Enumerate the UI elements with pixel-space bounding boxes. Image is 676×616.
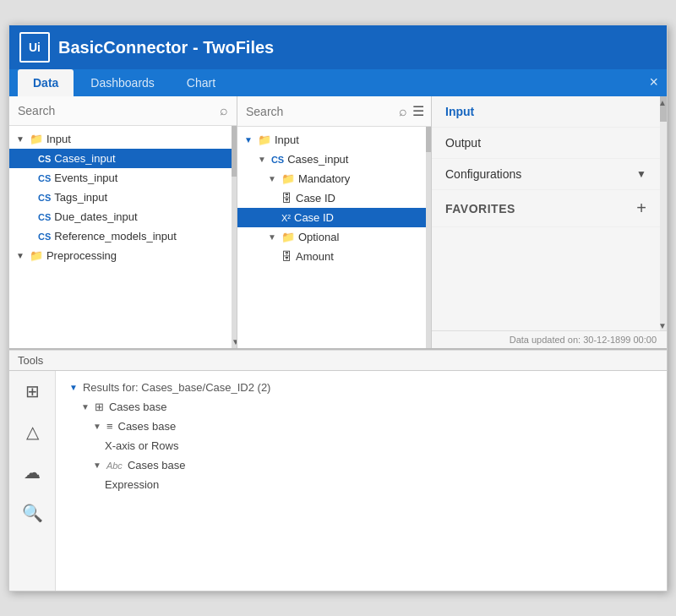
result-cases-base-abc: ▼ Abc Cases base bbox=[69, 457, 653, 473]
bottom-panel: ⊞ △ ☁ 🔍 ▼ Results for: Cases_base/Case_I… bbox=[9, 370, 667, 591]
file-icon: CS bbox=[38, 154, 51, 164]
x2-icon: X² bbox=[281, 213, 291, 223]
left-tree-reference-models[interactable]: CS Reference_models_input bbox=[9, 226, 232, 246]
bottom-sidebar: ⊞ △ ☁ 🔍 bbox=[9, 371, 56, 591]
right-scroll-wrapper: Input Output Configurations ▼ FAVORITES … bbox=[432, 96, 667, 330]
data-icon: 🗄 bbox=[281, 250, 292, 263]
right-item-output[interactable]: Output bbox=[432, 128, 660, 159]
add-favorite-button[interactable]: + bbox=[636, 199, 646, 218]
middle-scroll-thumb[interactable] bbox=[426, 127, 431, 152]
tools-bar: Tools bbox=[9, 350, 667, 370]
favorites-section: FAVORITES + bbox=[432, 190, 660, 227]
title-bar: Ui BasicConnector - TwoFiles bbox=[9, 25, 667, 69]
right-item-input[interactable]: Input bbox=[432, 96, 660, 128]
expand-arrow: ▼ bbox=[244, 135, 253, 144]
results-header: ▼ Results for: Cases_base/Case_ID2 (2) bbox=[69, 379, 653, 395]
expand-arrow: ▼ bbox=[16, 251, 25, 260]
expand-arrow: ▼ bbox=[93, 461, 101, 470]
right-panel: Input Output Configurations ▼ FAVORITES … bbox=[432, 96, 667, 348]
left-tree-events-input[interactable]: CS Events_input bbox=[9, 168, 232, 188]
left-tree-preprocessing[interactable]: ▼ 📁 Preprocessing bbox=[9, 246, 232, 265]
app-window: Ui BasicConnector - TwoFiles Data Dashbo… bbox=[8, 25, 668, 591]
left-tree-tags-input[interactable]: CS Tags_input bbox=[9, 188, 232, 207]
expand-arrow: ▼ bbox=[268, 174, 276, 183]
left-tree: ▼ 📁 Input CS Cases_input CS Events_input… bbox=[9, 126, 232, 348]
left-scroll-thumb[interactable] bbox=[232, 126, 237, 177]
middle-panel: ⌕ ☰ ▼ 📁 Input ▼ CS Cases_input bbox=[237, 96, 432, 348]
middle-tree-mandatory[interactable]: ▼ 📁 Mandatory bbox=[237, 169, 426, 188]
cloud-icon[interactable]: ☁ bbox=[20, 459, 44, 486]
result-cases-base-table: ▼ ⊞ Cases base bbox=[69, 399, 653, 415]
result-label: Cases base bbox=[109, 401, 167, 413]
favorites-label: FAVORITES bbox=[445, 202, 515, 215]
file-icon: CS bbox=[38, 193, 51, 203]
result-expression: Expression bbox=[69, 477, 653, 493]
table-icon: ⊞ bbox=[95, 401, 104, 413]
tab-dashboards[interactable]: Dashboards bbox=[75, 69, 170, 96]
folder-icon: 📁 bbox=[30, 133, 43, 145]
middle-tree-input[interactable]: ▼ 📁 Input bbox=[237, 130, 426, 150]
result-label: Expression bbox=[105, 478, 159, 491]
middle-scrollbar[interactable] bbox=[426, 127, 431, 348]
middle-search-input[interactable] bbox=[246, 105, 394, 118]
right-list: Input Output Configurations ▼ FAVORITES … bbox=[432, 96, 660, 330]
folder-icon: 📁 bbox=[258, 134, 271, 146]
results-tree: ▼ Results for: Cases_base/Case_ID2 (2) ▼… bbox=[69, 379, 653, 493]
file-icon: CS bbox=[38, 232, 51, 242]
middle-search-bar: ⌕ ☰ bbox=[237, 96, 431, 127]
expand-arrow: ▼ bbox=[69, 383, 78, 392]
tab-chart[interactable]: Chart bbox=[172, 69, 231, 96]
folder-icon: 📁 bbox=[281, 231, 295, 243]
bottom-content: ▼ Results for: Cases_base/Case_ID2 (2) ▼… bbox=[56, 371, 667, 591]
middle-tree: ▼ 📁 Input ▼ CS Cases_input ▼ 📁 Manda bbox=[237, 127, 426, 348]
left-scrollbar[interactable]: ▼ bbox=[232, 126, 237, 348]
middle-tree-wrapper: ▼ 📁 Input ▼ CS Cases_input ▼ 📁 Manda bbox=[237, 127, 431, 348]
expand-arrow: ▼ bbox=[81, 402, 90, 412]
result-xaxis: X-axis or Rows bbox=[69, 438, 653, 454]
expand-arrow: ▼ bbox=[16, 134, 25, 144]
middle-tree-cases-input[interactable]: ▼ CS Cases_input bbox=[237, 150, 426, 169]
folder-icon: 📁 bbox=[30, 249, 43, 262]
nav-tabs: Data Dashboards Chart × bbox=[9, 69, 667, 96]
search-icon[interactable]: 🔍 bbox=[19, 499, 46, 526]
result-cases-base-row: ▼ ≡ Cases base bbox=[69, 418, 653, 434]
tab-data[interactable]: Data bbox=[18, 69, 74, 96]
warning-icon[interactable]: △ bbox=[23, 418, 42, 445]
middle-tree-case-id-data[interactable]: 🗄 Case ID bbox=[237, 188, 426, 208]
file-icon: CS bbox=[38, 212, 51, 222]
data-icon: 🗄 bbox=[281, 192, 292, 204]
app-title: BasicConnector - TwoFiles bbox=[58, 38, 274, 57]
middle-tree-amount[interactable]: 🗄 Amount bbox=[237, 247, 426, 266]
results-label: Results for: Cases_base/Case_ID2 (2) bbox=[83, 381, 271, 394]
expand-arrow: ▼ bbox=[93, 422, 101, 431]
table-icon[interactable]: ⊞ bbox=[22, 378, 43, 405]
status-bar: Data updated on: 30-12-1899 00:00 bbox=[432, 330, 667, 348]
middle-tree-case-id-x2[interactable]: X² Case ID bbox=[237, 208, 426, 227]
app-logo: Ui bbox=[19, 32, 50, 63]
close-button[interactable]: × bbox=[649, 74, 658, 91]
main-content: ⌕ ▼ 📁 Input CS Cases_input CS Events_ bbox=[9, 96, 667, 350]
result-label: Cases base bbox=[128, 459, 186, 472]
file-icon: CS bbox=[271, 155, 284, 165]
expand-arrow: ▼ bbox=[268, 232, 276, 242]
middle-tree-optional[interactable]: ▼ 📁 Optional bbox=[237, 227, 426, 247]
left-search-bar: ⌕ bbox=[9, 96, 237, 126]
result-label: Cases base bbox=[118, 420, 177, 433]
row-icon: ≡ bbox=[106, 420, 113, 433]
file-icon: CS bbox=[38, 173, 51, 183]
tools-label: Tools bbox=[18, 354, 43, 367]
left-search-icon: ⌕ bbox=[220, 103, 228, 118]
right-scrollbar[interactable]: ▲ ▼ bbox=[660, 96, 667, 330]
status-text: Data updated on: 30-12-1899 00:00 bbox=[510, 335, 657, 345]
menu-icon[interactable]: ☰ bbox=[412, 103, 424, 119]
chevron-down-icon: ▼ bbox=[636, 168, 646, 180]
left-panel: ⌕ ▼ 📁 Input CS Cases_input CS Events_ bbox=[9, 96, 237, 348]
expand-arrow: ▼ bbox=[258, 155, 266, 164]
left-tree-due-dates-input[interactable]: CS Due_dates_input bbox=[9, 207, 232, 226]
left-search-input[interactable] bbox=[18, 104, 220, 117]
folder-icon: 📁 bbox=[281, 172, 295, 185]
left-tree-cases-input[interactable]: CS Cases_input bbox=[9, 149, 232, 168]
right-item-configurations[interactable]: Configurations ▼ bbox=[432, 159, 660, 190]
abc-icon: Abc bbox=[106, 461, 123, 471]
left-tree-input-folder[interactable]: ▼ 📁 Input bbox=[9, 129, 232, 149]
